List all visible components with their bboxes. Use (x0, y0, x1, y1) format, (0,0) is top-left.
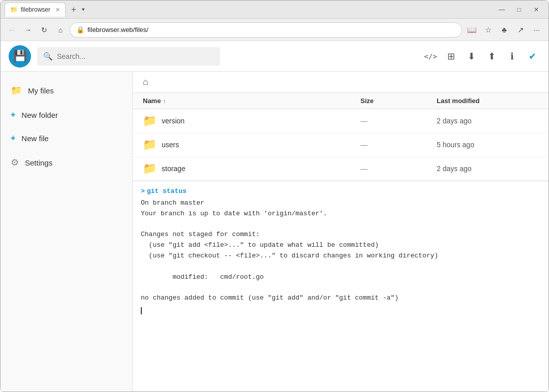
tab-dropdown-btn[interactable]: ▾ (82, 6, 85, 13)
forward-btn[interactable]: → (21, 23, 35, 37)
add-folder-icon: + (11, 110, 15, 119)
sidebar-item-settings[interactable]: ⚙ Settings (1, 150, 132, 175)
nav-bar: ← → ↻ ⌂ 🔒 📖 ☆ ♣ ↗ ··· (1, 19, 548, 41)
file-name-version: 📁 version (143, 114, 360, 127)
sort-arrow-icon: ↑ (163, 98, 166, 104)
grid-view-btn[interactable]: ⊞ (443, 48, 459, 64)
file-size-storage: — (360, 165, 437, 173)
info-btn[interactable]: ℹ (504, 48, 520, 64)
download-btn[interactable]: ⬇ (463, 48, 479, 64)
file-modified-storage: 2 days ago (437, 165, 538, 173)
refresh-btn[interactable]: ↻ (37, 23, 51, 37)
folder-icon: 📁 (11, 85, 22, 96)
col-header-name[interactable]: Name ↑ (143, 97, 360, 105)
file-name-users: 📁 users (143, 138, 360, 151)
browser-window: 📁 filebrowser ✕ + ▾ — □ ✕ ← → ↻ ⌂ 🔒 📖 ☆ … (0, 0, 549, 392)
folder-icon-users: 📁 (143, 138, 157, 151)
content-area: ⌂ Name ↑ Size Last modified (133, 72, 548, 391)
title-bar: 📁 filebrowser ✕ + ▾ — □ ✕ (1, 1, 548, 19)
minimize-btn[interactable]: — (494, 4, 510, 16)
upload-btn[interactable]: ⬆ (483, 48, 500, 64)
app-bar: 💾 🔍 </> ⊞ ⬇ ⬆ ℹ ✔ (1, 41, 548, 72)
app-logo: 💾 (9, 45, 31, 68)
file-name-storage: 📁 storage (143, 162, 360, 175)
file-browser: ⌂ Name ↑ Size Last modified (133, 72, 548, 181)
file-size-version: — (360, 117, 437, 125)
file-size-users: — (360, 141, 437, 149)
file-table-header: Name ↑ Size Last modified (133, 92, 548, 109)
window-controls: — □ ✕ (494, 4, 544, 16)
home-nav-btn[interactable]: ⌂ (53, 23, 68, 37)
breadcrumb-home-icon[interactable]: ⌂ (143, 77, 148, 87)
add-file-icon: + (11, 134, 15, 143)
logo-icon: 💾 (13, 50, 27, 63)
tab-favicon: 📁 (10, 6, 18, 13)
sidebar-item-my-files-label: My files (28, 86, 54, 95)
code-view-btn[interactable]: </> (422, 48, 439, 64)
search-icon: 🔍 (43, 52, 53, 61)
file-row[interactable]: 📁 storage — 2 days ago (133, 157, 548, 181)
tab-close-btn[interactable]: ✕ (55, 7, 60, 13)
main-layout: 📁 My files + New folder + New file ⚙ Set… (1, 72, 548, 391)
reader-view-btn[interactable]: 📖 (464, 23, 479, 37)
collections-btn[interactable]: ♣ (497, 23, 512, 37)
address-bar[interactable]: 🔒 (70, 22, 462, 38)
maximize-btn[interactable]: □ (511, 4, 527, 16)
terminal-prompt-label: git status (147, 187, 187, 195)
sidebar: 📁 My files + New folder + New file ⚙ Set… (1, 72, 133, 391)
bookmark-btn[interactable]: ☆ (480, 23, 496, 37)
terminal-cursor (141, 307, 142, 314)
sidebar-item-new-file-label: New file (21, 134, 48, 143)
nav-actions: 📖 ☆ ♣ ↗ ··· (464, 23, 544, 37)
address-input[interactable] (87, 26, 455, 34)
file-row[interactable]: 📁 users — 5 hours ago (133, 133, 548, 157)
gear-icon: ⚙ (11, 157, 19, 168)
back-btn[interactable]: ← (5, 23, 19, 37)
sidebar-item-settings-label: Settings (25, 158, 52, 167)
folder-icon-storage: 📁 (143, 162, 157, 175)
check-btn[interactable]: ✔ (524, 48, 540, 64)
sidebar-item-my-files[interactable]: 📁 My files (1, 78, 132, 103)
sidebar-item-new-folder-label: New folder (21, 111, 58, 119)
terminal-area[interactable]: > git status On branch master Your branc… (133, 181, 548, 391)
folder-icon-version: 📁 (143, 114, 157, 127)
close-btn[interactable]: ✕ (528, 4, 544, 16)
share-btn[interactable]: ↗ (513, 23, 528, 37)
app-bar-actions: </> ⊞ ⬇ ⬆ ℹ ✔ (422, 48, 540, 64)
file-modified-version: 2 days ago (437, 117, 538, 125)
new-tab-btn[interactable]: + (68, 4, 80, 16)
active-tab[interactable]: 📁 filebrowser ✕ (5, 3, 66, 17)
terminal-prompt: > git status (141, 187, 540, 195)
more-btn[interactable]: ··· (529, 23, 544, 37)
terminal-output: On branch master Your branch is up to da… (141, 198, 540, 304)
file-row[interactable]: 📁 version — 2 days ago (133, 109, 548, 133)
tab-title: filebrowser (21, 6, 50, 13)
tab-bar: 📁 filebrowser ✕ + ▾ (5, 3, 491, 17)
terminal-cursor-line (141, 307, 540, 314)
col-header-modified: Last modified (437, 97, 538, 105)
sidebar-item-new-file[interactable]: + New file (1, 126, 132, 150)
terminal-arrow: > (141, 187, 145, 195)
search-input[interactable] (57, 52, 214, 60)
file-modified-users: 5 hours ago (437, 141, 538, 149)
lock-icon: 🔒 (76, 26, 84, 34)
search-box[interactable]: 🔍 (37, 47, 220, 66)
file-browser-header: ⌂ (133, 72, 548, 92)
col-header-size: Size (360, 97, 437, 105)
sidebar-item-new-folder[interactable]: + New folder (1, 103, 132, 126)
